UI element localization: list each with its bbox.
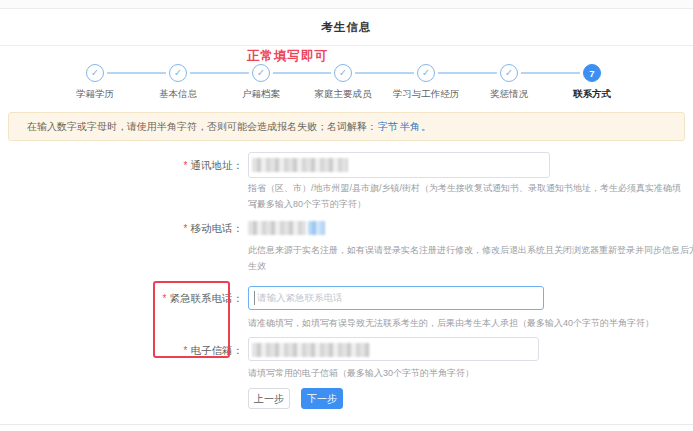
- address-label: *通讯地址：: [80, 159, 243, 173]
- step-circle-done-icon[interactable]: ✓: [86, 64, 104, 82]
- emergency-phone-label: *紧急联系电话：: [80, 292, 243, 306]
- step-label-contact-info[interactable]: 联系方式: [573, 88, 611, 101]
- step-connector: [190, 72, 249, 74]
- step-label-rewards-punishments[interactable]: 奖惩情况: [490, 88, 528, 101]
- prev-step-button[interactable]: 上一步: [248, 388, 290, 409]
- emergency-phone-input[interactable]: 请输入紧急联系电话: [248, 286, 544, 310]
- address-masked-value: [252, 158, 348, 172]
- required-asterisk: *: [163, 293, 167, 304]
- glossary-link-byte[interactable]: 字节: [378, 120, 398, 134]
- email-label: *电子信箱：: [80, 344, 243, 358]
- step-label-academic-record[interactable]: 学籍学历: [76, 88, 114, 101]
- step-connector: [273, 72, 331, 74]
- required-asterisk: *: [184, 223, 188, 234]
- required-asterisk: *: [184, 160, 188, 171]
- notice-suffix: 。: [421, 120, 431, 134]
- email-input[interactable]: [248, 337, 539, 361]
- bottom-divider: [0, 424, 693, 431]
- step-circle-done-icon[interactable]: ✓: [169, 64, 187, 82]
- page-header: 考生信息: [0, 10, 693, 46]
- step-circle-active-icon[interactable]: 7: [583, 64, 601, 82]
- halfwidth-notice-bar: 在输入数字或字母时，请使用半角字符，否则可能会造成报名失败；名词解释：字节 半角…: [8, 112, 685, 141]
- step-circle-done-icon[interactable]: ✓: [500, 64, 518, 82]
- step-connector: [438, 72, 497, 74]
- step-label-household-archive[interactable]: 户籍档案: [242, 88, 280, 101]
- email-masked-value: [252, 343, 370, 357]
- mobile-masked-link[interactable]: [308, 221, 325, 235]
- text-caret: [254, 291, 255, 305]
- step-circle-done-icon[interactable]: ✓: [252, 64, 270, 82]
- top-strip: [0, 0, 693, 9]
- glossary-link-halfwidth[interactable]: 半角: [400, 120, 420, 134]
- next-step-button[interactable]: 下一步: [301, 388, 343, 409]
- emergency-phone-help: 请准确填写，如填写有误导致无法联系考生的，后果由考生本人承担（最多输入40个字节…: [248, 315, 654, 331]
- step-label-study-work-experience[interactable]: 学习与工作经历: [393, 88, 460, 101]
- address-input[interactable]: [248, 152, 550, 178]
- required-asterisk: *: [184, 345, 188, 356]
- address-help-line2: （最多输入80个字节的字符）: [248, 196, 366, 212]
- candidate-info-page: 考生信息 正常填写即可 ✓ ✓ ✓ ✓ ✓ ✓ 7 学籍学历 基本信息 户籍档案…: [0, 0, 693, 431]
- step-circle-done-icon[interactable]: ✓: [334, 64, 352, 82]
- mobile-label: *移动电话：: [80, 222, 243, 236]
- email-help: 请填写常用的电子信箱（最多输入30个字节的半角字符）: [248, 365, 474, 381]
- step-label-family-members[interactable]: 家庭主要成员: [315, 88, 372, 101]
- mobile-masked-value: [248, 221, 306, 235]
- step-connector: [355, 72, 414, 74]
- step-circle-done-icon[interactable]: ✓: [417, 64, 435, 82]
- notice-text: 在输入数字或字母时，请使用半角字符，否则可能会造成报名失败；名词解释：: [27, 120, 377, 134]
- annotation-note: 正常填写即可: [247, 48, 328, 65]
- page-title: 考生信息: [322, 20, 372, 35]
- emergency-phone-placeholder: 请输入紧急联系电话: [257, 292, 343, 305]
- mobile-help: 此信息来源于实名注册，如有误请登录实名注册进行修改，修改后退出系统且关闭浏览器重…: [248, 242, 693, 274]
- step-connector: [107, 72, 166, 74]
- step-connector: [521, 72, 580, 74]
- step-label-basic-info[interactable]: 基本信息: [159, 88, 197, 101]
